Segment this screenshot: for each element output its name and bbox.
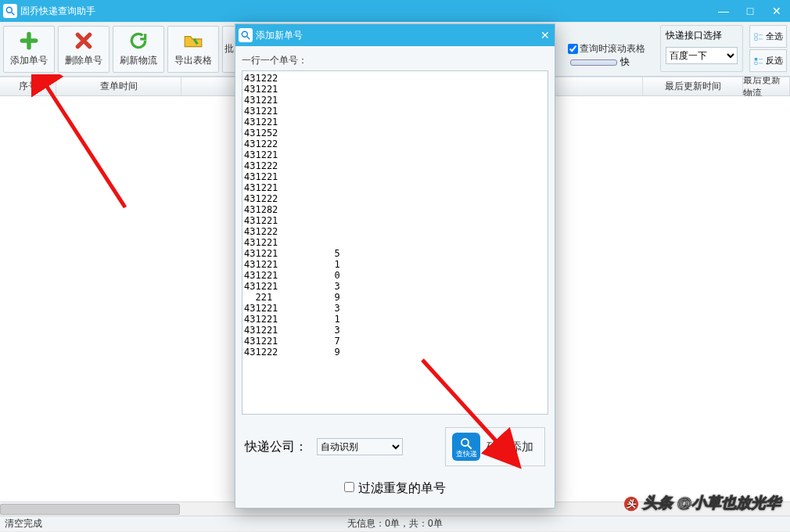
filter-checkbox-input[interactable] [344,482,354,492]
confirm-label: 确定添加 [487,440,533,455]
invert-icon [753,56,764,66]
watermark-text: 头条 @小草也放光华 [643,494,781,511]
dialog-footer: 快递公司： 自动识别 查快递 确定添加 过滤重复的单号 [235,418,555,508]
col-query-time[interactable]: 查单时间 [56,77,181,95]
interface-select[interactable]: 百度一下 [666,47,738,64]
invert-selection-button[interactable]: 反选 [749,49,787,72]
scroll-table-checkbox[interactable]: 查询时滚动表格 [568,42,645,56]
refresh-button[interactable]: 刷新物流 [113,26,164,73]
dialog-close-button[interactable]: ✕ [540,29,550,41]
close-button[interactable]: ✕ [763,0,790,22]
refresh-icon [128,31,149,51]
col-last-info[interactable]: 最后更新物流 [743,77,790,95]
window-title: 固乔快递查询助手 [20,5,95,18]
badge-text: 查快递 [456,451,477,458]
filter-label: 过滤重复的单号 [358,481,446,494]
col-seq[interactable]: 序号 [0,77,56,95]
export-label: 导出表格 [174,54,212,67]
svg-text:头: 头 [626,498,637,509]
add-tracking-label: 添加单号 [10,54,48,67]
select-all-label: 全选 [766,31,783,42]
main-titlebar: 固乔快递查询助手 — □ ✕ [0,0,790,22]
add-tracking-button[interactable]: 添加单号 [3,26,55,73]
svg-point-0 [6,7,12,13]
dialog-logo [239,28,253,42]
status-left: 清空完成 [5,517,42,530]
svg-point-8 [461,439,469,446]
status-bar: 清空完成 无信息：0单，共：0单 [0,516,790,531]
confirm-add-button[interactable]: 查快递 确定添加 [445,427,545,466]
check-list-icon [753,31,764,42]
headline-icon: 头 [623,496,639,512]
dialog-titlebar: 添加新单号 ✕ [235,24,555,46]
speed-slider[interactable] [570,59,617,66]
magnifier-icon [240,30,251,41]
company-label: 快递公司： [245,439,307,455]
watermark: 头 头条 @小草也放光华 [623,493,781,513]
svg-rect-4 [755,57,758,60]
status-center: 无信息：0单，共：0单 [347,517,442,530]
x-icon [74,31,94,51]
folder-icon [183,31,203,51]
scroll-checkbox-label: 查询时滚动表格 [580,42,645,56]
speed-label: 快 [620,56,630,69]
svg-line-9 [468,445,472,449]
select-all-button[interactable]: 全选 [749,25,787,48]
interface-group: 快递接口选择 百度一下 [660,25,743,72]
app-logo [3,4,17,18]
company-select[interactable]: 自动识别 [317,438,403,455]
minimize-button[interactable]: — [710,0,737,22]
delete-tracking-button[interactable]: 删除单号 [58,26,110,73]
magnifier-icon [5,5,16,16]
scrollbar-thumb[interactable] [0,504,180,515]
search-badge-icon: 查快递 [452,433,480,461]
svg-line-7 [247,37,250,40]
dialog-hint: 一行一个单号： [242,54,548,67]
delete-tracking-label: 删除单号 [65,54,102,67]
svg-rect-3 [755,38,758,41]
maximize-button[interactable]: □ [737,0,763,22]
export-button[interactable]: 导出表格 [167,26,219,73]
invert-label: 反选 [766,55,783,66]
add-tracking-dialog: 添加新单号 ✕ 一行一个单号： 快递公司： 自动识别 查快递 确定添加 过滤重复… [235,23,555,509]
refresh-label: 刷新物流 [120,54,157,67]
svg-rect-2 [755,33,758,36]
svg-line-1 [12,13,15,16]
svg-point-6 [242,31,247,37]
batch-label: 批 [224,42,234,56]
plus-icon [19,31,39,51]
col-last-update[interactable]: 最后更新时间 [643,77,743,95]
svg-rect-5 [755,62,758,65]
interface-group-label: 快递接口选择 [666,30,722,41]
tracking-number-textarea[interactable] [242,70,548,415]
scroll-checkbox-input[interactable] [568,44,578,54]
filter-duplicate-checkbox[interactable]: 过滤重复的单号 [344,480,445,497]
dialog-title: 添加新单号 [256,29,303,42]
